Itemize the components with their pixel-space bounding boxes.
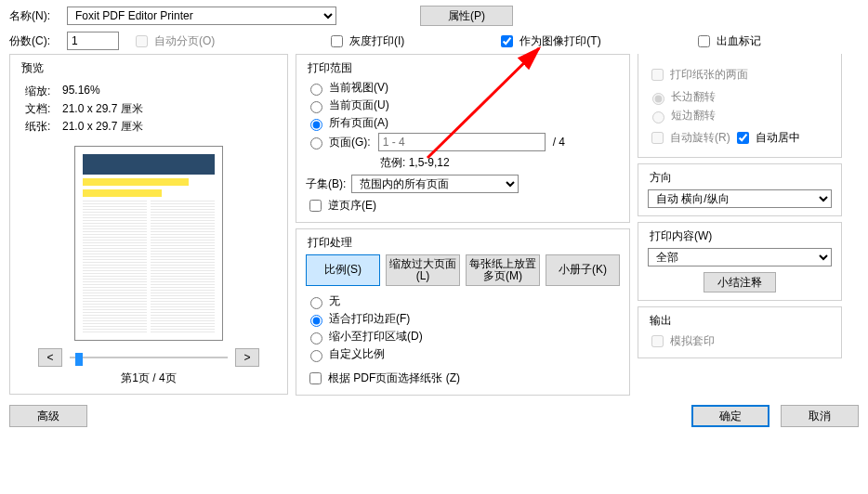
preview-group: 预览 缩放: 95.16% 文档: 21.0 x 29.7 厘米 纸张: 21.… (9, 54, 288, 395)
ok-button[interactable]: 确定 (691, 405, 769, 427)
both-sides-label: 打印纸张的两面 (670, 67, 748, 83)
scale-fit-radio[interactable] (310, 315, 322, 327)
copies-input[interactable] (67, 32, 119, 50)
all-pages-radio[interactable] (310, 119, 322, 131)
flip-short-label: 短边翻转 (671, 108, 716, 124)
doc-label: 文档: (25, 101, 62, 117)
print-handling-group: 打印处理 比例(S) 缩放过大页面(L) 每张纸上放置多页(M) 小册子(K) … (296, 228, 630, 396)
scale-custom-label: 自定义比例 (329, 346, 385, 362)
printer-select[interactable]: Foxit PDF Editor Printer (67, 6, 336, 25)
print-content-title: 打印内容(W) (648, 228, 832, 244)
paper-label: 纸张: (25, 119, 62, 135)
output-group: 输出 模拟套印 (638, 306, 842, 358)
pages-example: 范例: 1,5-9,12 (380, 155, 620, 171)
reverse-order-label: 逆页序(E) (328, 198, 376, 214)
preview-next-button[interactable]: > (235, 348, 259, 367)
collate-label: 自动分页(O) (154, 33, 215, 49)
current-page-label: 当前页面(U) (329, 98, 389, 113)
grayscale-label: 灰度打印(I) (349, 33, 404, 49)
simulate-overprint-checkbox (651, 335, 664, 347)
flip-short-radio (652, 111, 664, 124)
auto-rotate-label: 自动旋转(R) (670, 130, 730, 146)
auto-rotate-checkbox (651, 132, 664, 144)
orientation-group: 方向 自动 横向/纵向 (638, 163, 842, 216)
print-as-image-label: 作为图像打印(T) (519, 33, 600, 49)
pages-input[interactable] (378, 133, 546, 151)
orientation-title: 方向 (648, 170, 832, 186)
print-content-group: 打印内容(W) 全部 小结注释 (638, 222, 842, 301)
zoom-label: 缩放: (25, 84, 62, 99)
flip-long-label: 长边翻转 (671, 89, 716, 105)
scale-none-radio[interactable] (310, 297, 322, 309)
handling-multiple-button[interactable]: 每张纸上放置多页(M) (466, 254, 540, 286)
handling-tile-button[interactable]: 缩放过大页面(L) (386, 254, 460, 286)
scale-custom-radio[interactable] (310, 350, 322, 362)
both-sides-checkbox (651, 69, 664, 81)
pages-radio[interactable] (310, 137, 322, 150)
total-pages-label: / 4 (553, 136, 565, 149)
output-title: 输出 (648, 313, 832, 329)
bleed-marks-label: 出血标记 (717, 33, 761, 49)
print-as-image-checkbox[interactable] (501, 35, 513, 47)
current-view-radio[interactable] (310, 84, 322, 96)
properties-button[interactable]: 属性(P) (420, 6, 513, 26)
paper-group: 打印纸张的两面 长边翻转 短边翻转 自动旋转(R) 自动居中 (638, 54, 842, 158)
print-range-title: 打印范围 (306, 60, 620, 76)
grayscale-checkbox[interactable] (331, 35, 343, 47)
copies-label: 份数(C): (9, 33, 58, 49)
pages-label: 页面(G): (329, 135, 371, 150)
choose-paper-checkbox[interactable] (309, 372, 322, 384)
advanced-button[interactable]: 高级 (9, 405, 87, 427)
simulate-overprint-label: 模拟套印 (670, 333, 715, 349)
subset-select[interactable]: 范围内的所有页面 (351, 175, 519, 193)
annotation-arrow-2 (576, 427, 706, 433)
print-content-select[interactable]: 全部 (648, 248, 832, 266)
preview-slider[interactable] (70, 351, 228, 364)
cancel-button[interactable]: 取消 (781, 405, 859, 427)
reverse-order-checkbox[interactable] (309, 200, 322, 212)
summarize-comments-button[interactable]: 小结注释 (704, 272, 776, 292)
handling-booklet-button[interactable]: 小册子(K) (546, 254, 620, 286)
paper-value: 21.0 x 29.7 厘米 (62, 119, 272, 135)
orientation-select[interactable]: 自动 横向/纵向 (648, 189, 832, 208)
current-page-radio[interactable] (310, 101, 322, 113)
subset-label: 子集(B): (306, 176, 346, 192)
auto-center-checkbox[interactable] (737, 132, 749, 144)
scale-fit-label: 适合打印边距(F) (329, 311, 410, 327)
preview-page-indicator: 第1页 / 4页 (20, 370, 278, 386)
scale-none-label: 无 (329, 293, 340, 309)
printer-name-label: 名称(N): (9, 8, 58, 24)
print-handling-title: 打印处理 (306, 235, 620, 251)
all-pages-label: 所有页面(A) (329, 115, 388, 131)
preview-prev-button[interactable]: < (38, 348, 62, 367)
handling-scale-button[interactable]: 比例(S) (306, 254, 380, 286)
bleed-marks-checkbox[interactable] (698, 35, 710, 47)
doc-value: 21.0 x 29.7 厘米 (62, 101, 272, 117)
scale-shrink-radio[interactable] (310, 332, 322, 344)
print-range-group: 打印范围 当前视图(V) 当前页面(U) 所有页面(A) 页面(G): / 4 … (296, 54, 630, 223)
zoom-value: 95.16% (62, 84, 272, 99)
preview-title: 预览 (20, 60, 278, 76)
auto-center-label: 自动居中 (756, 130, 800, 146)
scale-shrink-label: 缩小至打印区域(D) (329, 329, 423, 344)
collate-checkbox (136, 35, 148, 47)
current-view-label: 当前视图(V) (329, 80, 388, 96)
flip-long-radio (652, 93, 664, 105)
choose-paper-label: 根据 PDF页面选择纸张 (Z) (328, 370, 460, 386)
preview-thumbnail (74, 146, 223, 341)
